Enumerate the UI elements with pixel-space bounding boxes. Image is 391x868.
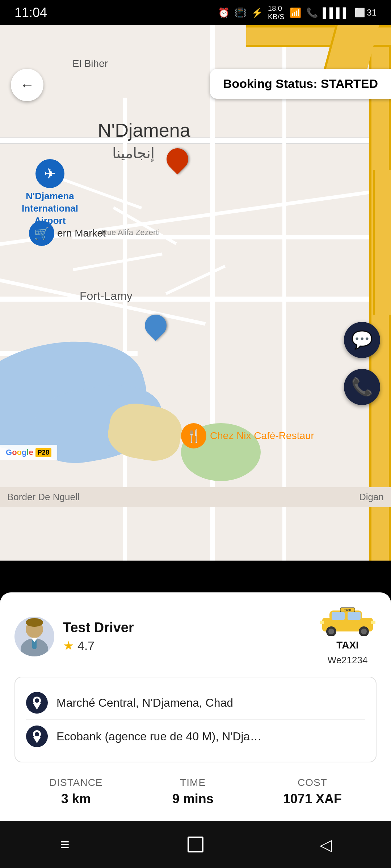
driver-name: Test Driver [63,620,134,635]
rating-value: 4.7 [77,639,94,653]
road-horizontal-2 [72,235,391,239]
svg-point-12 [361,629,367,634]
svg-rect-8 [348,612,361,620]
svg-rect-13 [371,621,375,624]
back-button[interactable]: ← [11,69,43,101]
google-watermark: Google P28 [0,445,57,460]
dropoff-pin-icon [26,726,48,747]
svg-point-1 [26,618,43,627]
destination-pin [167,148,188,177]
time-stat: TIME 9 mins [172,777,214,807]
distance-label: Distance [49,777,103,788]
distance-value: 3 km [61,791,91,807]
back-nav-icon[interactable]: ◁ [311,834,340,855]
navigation-bar: ≡ ◁ [0,821,391,868]
driver-row: Test Driver ★ 4.7 [14,607,377,666]
menu-nav-icon[interactable]: ≡ [51,834,80,855]
highway-right-2 [373,170,391,315]
booking-status-value: STARTED [321,77,378,90]
border-label: Border De Nguell [7,492,79,503]
stats-row: Distance 3 km TIME 9 mins COST 1071 XAF [14,773,377,810]
market-label: ern Market [57,227,106,239]
vehicle-type-label: TAXI [336,639,359,651]
alarm-icon: ⏰ [218,7,230,18]
driver-left-section: Test Driver ★ 4.7 [14,617,134,656]
square-home-icon [188,837,203,852]
restaurant-marker: 🍴 Chez Nix Café-Restaur [181,423,314,448]
back-arrow-icon: ← [20,77,34,93]
taxi-car-image: TAXI [319,607,377,636]
pickup-pin-icon [26,692,48,714]
google-logo: Google [6,448,33,457]
status-time: 11:04 [14,5,47,20]
wifi-icon: 📶 [290,7,301,18]
cost-label: COST [298,777,327,788]
bluetooth-icon: ⚡ [251,7,263,18]
vibrate-icon: 📳 [235,7,246,18]
cost-value: 1071 XAF [283,791,342,807]
bottom-panel: Test Driver ★ 4.7 [0,592,391,821]
network-speed: 18.0KB/S [268,4,285,21]
svg-point-21 [35,732,39,736]
svg-rect-7 [332,612,345,620]
distance-stat: Distance 3 km [49,777,103,807]
airport-icon: ✈ [35,159,64,188]
time-label: TIME [180,777,206,788]
google-badge: P28 [35,448,51,457]
home-nav-icon[interactable] [181,834,210,855]
signal-icon: ▌▌▌▌ [323,7,350,18]
star-icon: ★ [63,638,74,653]
road-horizontal-3 [0,297,391,302]
call-button[interactable]: 📞 [344,369,380,405]
svg-marker-22 [33,737,41,743]
road-vertical-3 [282,25,286,561]
svg-rect-14 [320,621,324,624]
market-icon: 🛒 [29,221,54,246]
chat-icon: 💬 [351,330,373,350]
route-box: Marché Central, N'Djamena, Chad Ecobank … [14,677,377,762]
time-value: 9 mins [172,791,214,807]
map-bottom-strip: Google P28 Border De Nguell Digan [0,487,391,507]
svg-marker-19 [33,703,41,710]
status-icons: ⏰ 📳 ⚡ 18.0KB/S 📶 📞 ▌▌▌▌ ⬜ 31 [218,4,377,21]
dropoff-route-item: Ecobank (agence rue de 40 M), N'Dja… [26,720,365,753]
pin-red-head [162,144,193,175]
pin-blue-head [140,310,171,341]
map-view[interactable]: El Biher N'Djamena إنجامينا Rue Alifa Ze… [0,25,391,561]
hamburger-icon: ≡ [60,835,70,854]
booking-status-badge: Booking Status: STARTED [210,69,391,99]
restaurant-label: Chez Nix Café-Restaur [210,430,314,442]
airport-marker: ✈ N'DjamenaInternationalAirport [22,159,78,227]
phone-icon: 📞 [306,7,318,18]
status-bar: 11:04 ⏰ 📳 ⚡ 18.0KB/S 📶 📞 ▌▌▌▌ ⬜ 31 [0,0,391,25]
cost-stat: COST 1071 XAF [283,777,342,807]
restaurant-icon: 🍴 [181,423,206,448]
battery-indicator: ⬜ 31 [354,8,377,18]
road-horizontal-1 [0,137,391,144]
svg-point-10 [328,629,334,634]
phone-call-icon: 📞 [351,377,373,397]
booking-status-prefix: Booking Status: [223,77,321,90]
market-marker: 🛒 ern Market [29,221,106,246]
location-pin [145,315,167,344]
driver-rating: ★ 4.7 [63,638,134,653]
pickup-address: Marché Central, N'Djamena, Chad [56,696,233,710]
driver-info: Test Driver ★ 4.7 [63,620,134,653]
driver-right-section: TAXI TAXI We21234 [319,607,377,666]
pickup-route-item: Marché Central, N'Djamena, Chad [26,686,365,720]
driver-avatar [14,617,54,656]
digan-label: Digan [359,492,384,503]
triangle-back-icon: ◁ [320,835,332,854]
svg-point-18 [35,698,39,703]
vehicle-plate-label: We21234 [328,655,368,666]
chat-button[interactable]: 💬 [344,322,380,358]
dropoff-address: Ecobank (agence rue de 40 M), N'Dja… [56,730,261,743]
svg-text:TAXI: TAXI [344,608,351,612]
